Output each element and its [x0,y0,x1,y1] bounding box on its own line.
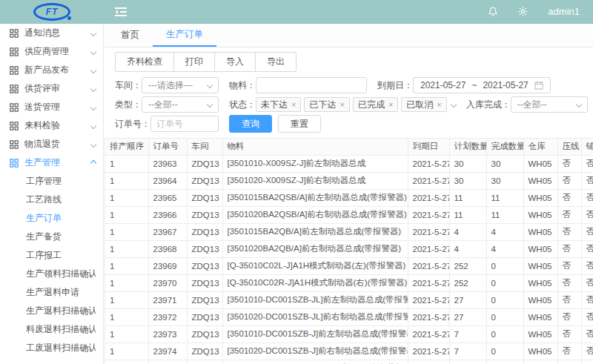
chevron-up-icon [90,159,96,165]
table-cell: 23973 [148,325,187,343]
sidebar-item[interactable]: 生产管理 [0,153,103,172]
table-cell: 23964 [148,172,187,189]
table-cell: ZDQ13 [187,343,222,360]
table-cell: ZDQ13 [187,240,222,257]
table-row[interactable]: 123964ZDQ13[3501020-X009SZ-J]前右制动器总成2021… [105,172,593,189]
table-cell: WH05 [523,274,557,291]
filter-row-1: 车间： ---请选择--- 物料： 到期日： 2021-05-27 ~ 2021… [115,76,593,94]
sidebar-item[interactable]: 送货管理 [0,98,103,116]
workshop-select[interactable]: ---请选择--- [142,77,219,93]
chevron-down-icon [90,85,96,91]
sidebar-item[interactable]: 工序管理 [0,172,103,191]
due-date-to: 2021-05-27 [483,80,528,90]
sidebar-item-label: 生产备货 [26,231,62,243]
table-cell: 2021-5-27 [408,172,449,189]
table-cell: ZDQ13 [187,206,222,223]
table-row[interactable]: 123975ZDQ13[3501010-DC001SZQB-J]前左制动器总成(… [105,360,593,364]
sidebar-item[interactable]: 生产退料申请 [0,283,103,302]
sidebar-item-label: 工艺路线 [26,193,62,206]
status-label: 状态： [229,99,256,111]
table-row[interactable]: 123968ZDQ13[3501020BA2QB/A]前右制动器总成(带报警器)… [105,240,593,257]
table-row[interactable]: 123973ZDQ13[3501010-DC001SZB-J]前左制动器总成(带… [105,325,593,343]
sidebar-item[interactable]: 工艺路线 [0,191,103,209]
remove-tag-icon[interactable]: × [388,100,393,109]
remove-tag-icon[interactable]: × [291,100,296,109]
table-row[interactable]: 123963ZDQ13[3501010-X009SZ-J]前左制动器总成2021… [105,155,593,172]
sidebar-item[interactable]: 生产领料扫描确认 [0,265,103,283]
status-tag[interactable]: 未下达× [256,97,301,112]
status-multiselect[interactable]: 未下达×已下达×已完成×已取消× [256,97,447,112]
sidebar-item[interactable]: 生产退料扫描确认 [0,302,103,320]
table-cell: [3501010-DC001SZQB-J]前左制动器总成(带报警器) [222,360,408,364]
table-cell: [3501015BA2QB/A]前左制动器总成(带报警器) [222,223,408,240]
type-select[interactable]: --全部-- [142,96,219,113]
toolbar-button[interactable]: 导出 [255,52,296,72]
table-cell: 23963 [148,155,187,172]
table-cell: WH05 [523,189,557,206]
status-tag[interactable]: 已完成× [353,97,398,112]
sidebar-item[interactable]: 供货评审 [0,79,103,98]
inbound-complete-select[interactable]: --全部-- [511,96,588,113]
tab-home[interactable]: 首页 [107,24,153,47]
due-date-range-picker[interactable]: 2021-05-27 ~ 2021-05-27 [413,77,551,93]
material-input[interactable] [256,77,367,93]
table-cell: ZDQ13 [187,291,222,308]
table-cell: [3501020BA2QB/A]前右制动器总成(带报警器) [222,240,408,257]
menu-collapse-icon[interactable] [114,7,127,17]
table-cell: 否 [581,274,593,291]
table-row[interactable]: 123967ZDQ13[3501015BA2QB/A]前左制动器总成(带报警器)… [105,223,593,240]
table-cell: 否 [557,206,581,223]
sidebar-item[interactable]: 料废退料扫描确认 [0,320,103,339]
sidebar-item[interactable]: 物流退货 [0,135,103,153]
table-cell: 252 [449,274,486,291]
table-row[interactable]: 123966ZDQ13[3501020BA2QSB/A]前右制动器总成(带报警器… [105,206,593,223]
sidebar-item-label: 生产领料扫描确认 [26,268,96,280]
table-cell: 否 [557,360,581,364]
table-row[interactable]: 123972ZDQ13[3501020-DC001SZB-JL]前右制动器总成(… [105,308,593,325]
sidebar-item[interactable]: 来料检验 [0,116,103,135]
table-cell: WH05 [523,223,557,240]
table-row[interactable]: 123969ZDQ13[Q-35010C02L-J]A1H模式制动器(左)(带报… [105,257,593,274]
table-cell: 4 [486,240,523,257]
main-content: 首页 生产订单 齐料检查打印导入导出 车间： ---请选择--- 物料： 到期日… [105,24,593,364]
table-row[interactable]: 123974ZDQ13[3501020-DC001SZB-J]前右制动器总成(带… [105,343,593,360]
remove-tag-icon[interactable]: × [339,100,344,109]
order-no-input[interactable] [150,116,219,132]
sidebar-item[interactable]: 工序报工 [0,246,103,265]
table-cell: ZDQ13 [187,189,222,206]
toolbar-button[interactable]: 打印 [173,52,215,72]
order-no-label: 订单号： [115,118,150,130]
table-cell: 23972 [148,308,187,325]
table-row[interactable]: 123971ZDQ13[3501010-DC001SZB-JL]前左制动器总成(… [105,291,593,308]
table-cell: 否 [581,308,593,325]
tab-production-order[interactable]: 生产订单 [153,24,216,47]
sidebar-item[interactable]: 通知消息 [0,24,103,42]
table-cell: WH05 [523,360,557,364]
query-button[interactable]: 查询 [229,115,272,133]
sidebar-item[interactable]: 供应商管理 [0,42,103,61]
current-user[interactable]: admin1 [548,6,580,17]
table-cell: 23969 [148,257,187,274]
sidebar-item[interactable]: 工废退料扫描确认 [0,339,103,357]
date-separator: ~ [471,80,477,90]
sidebar-item[interactable]: 生产订单 [0,209,103,228]
toolbar-button[interactable]: 齐料检查 [115,52,174,72]
notification-bell-icon[interactable] [488,6,498,17]
sidebar-menu: 通知消息供应商管理新产品发布供货评审送货管理来料检验物流退货生产管理工序管理工艺… [0,24,103,357]
sidebar-item[interactable]: 生产备货 [0,228,103,246]
table-cell: ZDQ13 [187,325,222,343]
status-tag[interactable]: 已取消× [401,97,446,112]
sidebar-item[interactable]: 新产品发布 [0,61,103,79]
table-cell: 1 [105,343,148,360]
reset-button[interactable]: 重置 [278,115,321,133]
settings-gear-icon[interactable] [517,6,529,17]
table-cell: 23968 [148,240,187,257]
status-tag[interactable]: 已下达× [304,97,349,112]
toolbar: 齐料检查打印导入导出 [115,52,593,72]
table-row[interactable]: 123965ZDQ13[3501015BA2QSB/A]前左制动器总成(带报警器… [105,189,593,206]
table-cell: [3501020-X009SZ-J]前右制动器总成 [222,172,408,189]
remove-tag-icon[interactable]: × [437,100,441,109]
table-row[interactable]: 123970ZDQ13[Q-35010C02R-J]A1H模式制动器(右)(带报… [105,274,593,291]
status-tag-label: 已下达 [309,99,336,111]
toolbar-button[interactable]: 导入 [214,52,256,72]
